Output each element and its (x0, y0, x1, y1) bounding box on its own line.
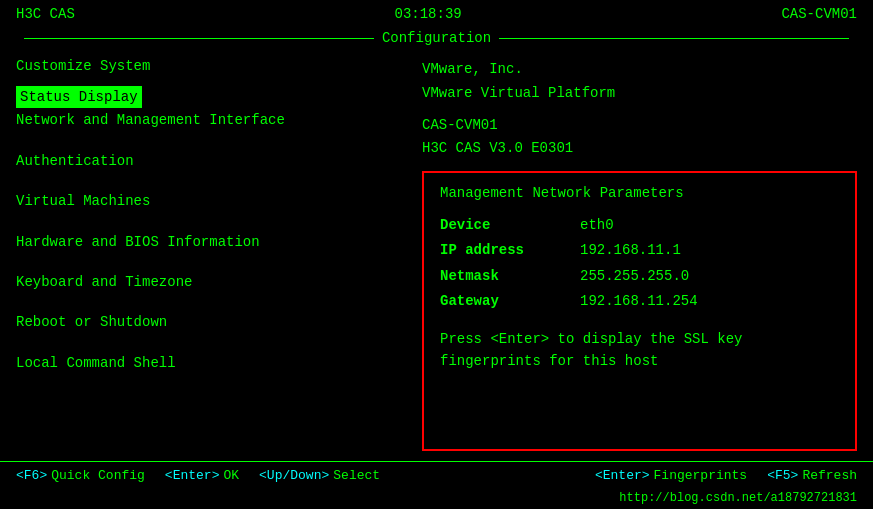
menu-item-keyboard[interactable]: Keyboard and Timezone (16, 270, 406, 294)
bottom-bar: <F6> Quick Config <Enter> OK <Up/Down> S… (0, 461, 873, 489)
top-left-label: H3C CAS (16, 6, 75, 22)
bottom-right: <Enter> Fingerprints <F5> Refresh (595, 468, 857, 483)
right-panel: VMware, Inc. VMware Virtual Platform CAS… (406, 48, 857, 461)
mgmt-row-gateway: Gateway 192.168.11.254 (440, 289, 839, 314)
key-f5[interactable]: <F5> (767, 468, 798, 483)
mgmt-label-device: Device (440, 213, 580, 238)
mgmt-row-ip: IP address 192.168.11.1 (440, 238, 839, 263)
left-panel: Customize System Status Display Network … (16, 48, 406, 461)
mgmt-value-gateway: 192.168.11.254 (580, 289, 698, 314)
mgmt-label-netmask: Netmask (440, 264, 580, 289)
key-f6-desc: Quick Config (51, 468, 145, 483)
key-updown-desc: Select (333, 468, 380, 483)
key-updown[interactable]: <Up/Down> (259, 468, 329, 483)
key-enter-right[interactable]: <Enter> (595, 468, 650, 483)
menu-item-network[interactable]: Network and Management Interface (16, 108, 406, 132)
mgmt-title: Management Network Parameters (440, 185, 839, 201)
mgmt-label-gateway: Gateway (440, 289, 580, 314)
menu-item-reboot[interactable]: Reboot or Shutdown (16, 310, 406, 334)
screen: H3C CAS 03:18:39 CAS-CVM01 Configuration… (0, 0, 873, 509)
version: H3C CAS V3.0 E0301 (422, 137, 857, 161)
key-enter-left[interactable]: <Enter> (165, 468, 220, 483)
key-enter-right-desc: Fingerprints (654, 468, 748, 483)
mgmt-value-netmask: 255.255.255.0 (580, 264, 689, 289)
section-title: Customize System (16, 58, 406, 74)
mgmt-value-device: eth0 (580, 213, 614, 238)
menu-item-hardware[interactable]: Hardware and BIOS Information (16, 230, 406, 254)
mgmt-row-netmask: Netmask 255.255.255.0 (440, 264, 839, 289)
mgmt-label-ip: IP address (440, 238, 580, 263)
key-f5-desc: Refresh (802, 468, 857, 483)
vendor-line1: VMware, Inc. (422, 58, 857, 82)
mgmt-note: Press <Enter> to display the SSL key fin… (440, 328, 839, 373)
top-right-label: CAS-CVM01 (781, 6, 857, 22)
config-title: Configuration (382, 30, 491, 46)
key-enter-left-desc: OK (223, 468, 239, 483)
menu-item-shell[interactable]: Local Command Shell (16, 351, 406, 375)
menu-item-virtual-machines[interactable]: Virtual Machines (16, 189, 406, 213)
watermark: http://blog.csdn.net/a18792721831 (0, 489, 873, 509)
mgmt-value-ip: 192.168.11.1 (580, 238, 681, 263)
top-bar: H3C CAS 03:18:39 CAS-CVM01 (0, 0, 873, 28)
mgmt-network-box: Management Network Parameters Device eth… (422, 171, 857, 451)
menu-item-authentication[interactable]: Authentication (16, 149, 406, 173)
config-bar: Configuration (0, 28, 873, 48)
bottom-left: <F6> Quick Config <Enter> OK <Up/Down> S… (16, 468, 380, 483)
mgmt-row-device: Device eth0 (440, 213, 839, 238)
vendor-line2: VMware Virtual Platform (422, 82, 857, 106)
main-content: Customize System Status Display Network … (0, 48, 873, 461)
hostname: CAS-CVM01 (422, 114, 857, 138)
key-f6[interactable]: <F6> (16, 468, 47, 483)
top-center-time: 03:18:39 (394, 6, 461, 22)
right-top: VMware, Inc. VMware Virtual Platform CAS… (422, 58, 857, 161)
menu-item-status-display[interactable]: Status Display (16, 86, 142, 108)
